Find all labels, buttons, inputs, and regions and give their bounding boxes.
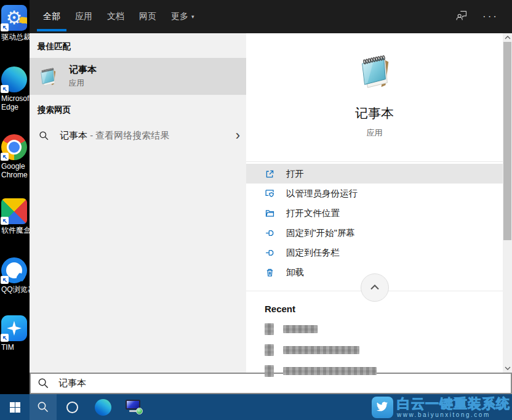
scrollbar-thumb[interactable] bbox=[503, 42, 511, 240]
file-icon-blurred bbox=[265, 365, 274, 377]
desktop-icon-mobox[interactable]: 软件魔盒 bbox=[0, 198, 30, 235]
recent-item-blurred[interactable] bbox=[246, 365, 503, 377]
collapse-preview-button[interactable] bbox=[361, 273, 389, 302]
more-options-icon[interactable]: ··· bbox=[482, 14, 498, 20]
search-flyout: 全部 应用 文档 网页 更多▾ ··· 最佳匹配 bbox=[30, 0, 512, 394]
notepad-icon bbox=[38, 66, 58, 87]
best-match-title: 记事本 bbox=[69, 64, 97, 76]
web-search-header: 搜索网页 bbox=[30, 95, 246, 121]
recent-text-blurred bbox=[283, 367, 377, 375]
best-match-header: 最佳匹配 bbox=[30, 33, 246, 58]
bird-icon bbox=[372, 397, 393, 418]
preview-app-title: 记事本 bbox=[246, 105, 503, 122]
best-match-type: 应用 bbox=[69, 78, 97, 89]
taskbar: 白云一键重装系统 www.baiyunxitong.com bbox=[0, 394, 512, 420]
windows-search-screen: ⚙ 驱动总裁 Microsoft Edge Google Chrome 软件魔盒… bbox=[0, 0, 512, 420]
search-icon bbox=[38, 378, 49, 389]
watermark: 白云一键重装系统 www.baiyunxitong.com bbox=[372, 397, 510, 418]
chevron-right-icon[interactable]: › bbox=[236, 129, 240, 142]
desktop-icon-label: Microsoft Edge bbox=[0, 94, 30, 111]
file-icon-blurred bbox=[265, 344, 274, 356]
recent-item-blurred[interactable] bbox=[246, 344, 503, 356]
taskbar-edge-button[interactable] bbox=[87, 394, 118, 420]
search-icon bbox=[37, 401, 49, 413]
open-icon bbox=[265, 169, 275, 179]
edge-icon bbox=[95, 399, 111, 416]
cortana-icon bbox=[66, 402, 78, 413]
action-run-as-admin[interactable]: 以管理员身份运行 bbox=[246, 184, 503, 203]
action-open[interactable]: 打开 bbox=[246, 164, 503, 184]
desktop-icon-edge[interactable]: Microsoft Edge bbox=[0, 67, 30, 111]
preview-panel: 记事本 应用 打开 以管理员身份运行 打开文件位置 bbox=[246, 33, 512, 373]
taskbar-search-button[interactable] bbox=[30, 394, 57, 420]
shortcut-arrow-icon bbox=[1, 153, 9, 161]
action-list: 打开 以管理员身份运行 打开文件位置 固定到"开始"屏幕 固定到 bbox=[246, 162, 503, 282]
folder-location-icon bbox=[265, 208, 275, 219]
shortcut-arrow-icon bbox=[1, 276, 9, 284]
pin-icon bbox=[265, 248, 275, 258]
taskbar-pc-tool-button[interactable] bbox=[118, 394, 149, 420]
cortana-button[interactable] bbox=[57, 394, 87, 420]
recent-text-blurred bbox=[283, 325, 318, 333]
desktop-icon-chrome[interactable]: Google Chrome bbox=[0, 134, 30, 179]
shortcut-arrow-icon bbox=[1, 334, 9, 342]
chevron-down-icon: ▾ bbox=[191, 14, 194, 20]
user-account-icon[interactable] bbox=[455, 9, 468, 24]
best-match-result-notepad[interactable]: 记事本 应用 bbox=[30, 58, 246, 95]
desktop-icon-label: TIM bbox=[0, 343, 30, 352]
pin-icon bbox=[265, 228, 275, 238]
watermark-url: www.baiyunxitong.com bbox=[397, 411, 510, 418]
web-search-result[interactable]: 记事本 - 查看网络搜索结果 › bbox=[30, 123, 246, 148]
start-button[interactable] bbox=[0, 394, 30, 420]
desktop-icon-label: 软件魔盒 bbox=[0, 226, 30, 235]
recent-text-blurred bbox=[283, 346, 359, 354]
desktop-icon-qqbrowser[interactable]: QQ浏览器 bbox=[0, 257, 30, 294]
desktop-icon-label: 驱动总裁 bbox=[0, 33, 30, 41]
desktop-icon-label: Google Chrome bbox=[0, 162, 30, 179]
search-query-text: 记事本 bbox=[58, 378, 86, 389]
tab-apps[interactable]: 应用 bbox=[68, 0, 100, 33]
shortcut-arrow-icon bbox=[1, 85, 9, 93]
desktop-icon-drvceo[interactable]: ⚙ 驱动总裁 bbox=[0, 5, 30, 41]
tab-web[interactable]: 网页 bbox=[132, 0, 164, 33]
desktop-icon-strip: ⚙ 驱动总裁 Microsoft Edge Google Chrome 软件魔盒… bbox=[0, 0, 30, 394]
tab-documents[interactable]: 文档 bbox=[100, 0, 132, 33]
action-open-file-location[interactable]: 打开文件位置 bbox=[246, 203, 503, 223]
tab-more[interactable]: 更多▾ bbox=[164, 0, 202, 33]
action-pin-to-start[interactable]: 固定到"开始"屏幕 bbox=[246, 223, 503, 243]
chevron-up-icon bbox=[368, 281, 382, 294]
search-filter-bar: 全部 应用 文档 网页 更多▾ ··· bbox=[30, 0, 512, 33]
shortcut-arrow-icon bbox=[1, 23, 9, 31]
scroll-down-icon[interactable] bbox=[503, 364, 512, 373]
action-pin-to-taskbar[interactable]: 固定到任务栏 bbox=[246, 243, 503, 262]
shortcut-arrow-icon bbox=[1, 217, 9, 225]
pc-tool-icon bbox=[126, 400, 142, 414]
file-icon-blurred bbox=[265, 323, 274, 335]
recent-item-blurred[interactable] bbox=[246, 323, 503, 335]
watermark-title: 白云一键重装系统 bbox=[397, 397, 510, 411]
search-results-panel: 最佳匹配 bbox=[30, 33, 246, 373]
windows-logo-icon bbox=[10, 402, 20, 413]
search-icon bbox=[39, 131, 49, 141]
recent-header: Recent bbox=[246, 304, 503, 314]
desktop-icon-tim[interactable]: TIM bbox=[0, 315, 30, 352]
desktop-icon-label: QQ浏览器 bbox=[0, 285, 30, 294]
scroll-up-icon[interactable] bbox=[503, 33, 512, 42]
preview-app-type: 应用 bbox=[246, 127, 503, 139]
trash-icon bbox=[265, 267, 275, 278]
tab-all[interactable]: 全部 bbox=[36, 0, 68, 33]
notepad-icon bbox=[356, 52, 394, 90]
admin-shield-icon bbox=[265, 188, 275, 199]
scrollbar[interactable] bbox=[503, 33, 512, 373]
